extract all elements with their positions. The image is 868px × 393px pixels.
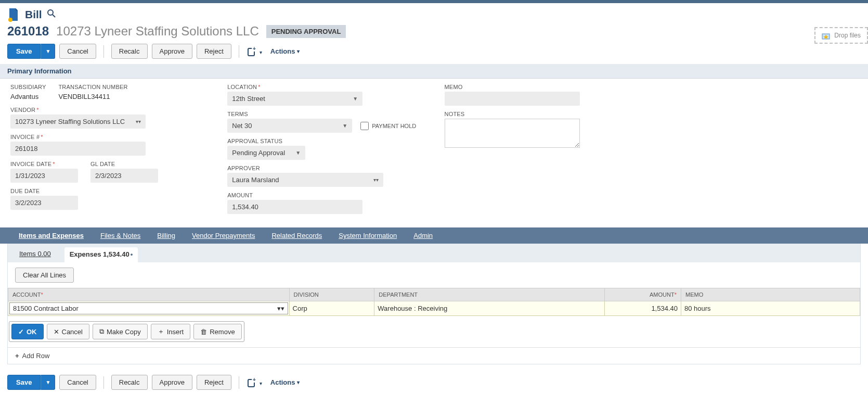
label-approval-status: APPROVAL STATUS	[227, 138, 423, 144]
location-value: 12th Street	[232, 95, 265, 103]
label-approver: APPROVER	[227, 165, 423, 171]
save-button[interactable]: Save	[7, 44, 41, 59]
cell-department[interactable]: Warehouse : Receiving	[374, 301, 604, 316]
terms-select[interactable]: Net 30 ▼	[227, 119, 352, 133]
record-id: 261018	[7, 24, 49, 39]
row-make-copy-button[interactable]: ⧉Make Copy	[93, 324, 148, 339]
row-actions-bar: ✓OK ✕Cancel ⧉Make Copy ＋Insert 🗑Remove	[8, 316, 860, 347]
trash-icon: 🗑	[200, 328, 207, 336]
chevron-down-icon: ▼	[353, 96, 358, 102]
label-transaction-number: TRANSACTION NUMBER	[58, 84, 127, 90]
chevron-down-icon: ▼	[295, 150, 301, 156]
th-account[interactable]: ACCOUNT*	[8, 288, 290, 301]
invoice-date-input[interactable]	[10, 169, 78, 183]
label-due-date: DUE DATE	[10, 188, 206, 194]
attach-template-icon[interactable]: +	[247, 46, 262, 57]
drop-files-label: Drop files	[834, 32, 861, 39]
due-date-input[interactable]	[10, 196, 78, 210]
add-row-button[interactable]: Add Row	[8, 347, 860, 364]
label-invoice-date: INVOICE DATE*	[10, 161, 78, 167]
tab-related-records[interactable]: Related Records	[263, 227, 330, 244]
cell-memo[interactable]: 80 hours	[681, 301, 860, 316]
actions-menu-bottom[interactable]: Actions▾	[266, 375, 304, 389]
divider	[103, 45, 104, 58]
label-memo: MEMO	[445, 84, 641, 90]
subtitle-row: 261018 10273 Lyneer Staffing Solutions L…	[0, 24, 868, 44]
actions-label: Actions	[270, 47, 295, 55]
divider	[103, 376, 104, 389]
svg-text:+: +	[253, 46, 256, 52]
top-action-bar: Save ▼ Cancel Recalc Approve Reject + Ac…	[0, 44, 868, 64]
save-dropdown-button-bottom[interactable]: ▼	[41, 375, 55, 390]
th-memo[interactable]: MEMO	[681, 288, 860, 301]
payment-hold-checkbox[interactable]	[360, 122, 369, 130]
tab-items-expenses[interactable]: Items and Expenses	[10, 227, 92, 244]
label-notes: NOTES	[445, 111, 641, 117]
label-amount: AMOUNT	[227, 192, 423, 198]
page-type-title: Bill	[25, 8, 42, 21]
reject-button-bottom[interactable]: Reject	[197, 375, 231, 390]
save-button-bottom[interactable]: Save	[7, 375, 41, 390]
account-select[interactable]: 81500 Contract Labor ▾▾	[9, 302, 288, 314]
recalc-button-bottom[interactable]: Recalc	[111, 375, 148, 390]
row-insert-button[interactable]: ＋Insert	[151, 324, 191, 339]
status-badge: PENDING APPROVAL	[266, 25, 346, 38]
reject-button[interactable]: Reject	[197, 44, 231, 59]
sub-tabs: Items 0.00 Expenses 1,534.40•	[8, 244, 860, 262]
th-division[interactable]: DIVISION	[289, 288, 374, 301]
row-remove-button[interactable]: 🗑Remove	[193, 324, 241, 339]
approval-status-select[interactable]: Pending Approval ▼	[227, 146, 305, 160]
location-select[interactable]: 12th Street ▼	[227, 92, 362, 106]
table-row[interactable]: 81500 Contract Labor ▾▾ Corp Warehouse :…	[8, 301, 860, 316]
approve-button[interactable]: Approve	[152, 44, 192, 59]
row-cancel-button[interactable]: ✕Cancel	[47, 324, 89, 339]
record-name: 10273 Lyneer Staffing Solutions LLC	[56, 24, 259, 39]
drop-files-area[interactable]: Drop files	[814, 27, 868, 44]
cell-division[interactable]: Corp	[289, 301, 374, 316]
attach-template-icon-bottom[interactable]: +	[247, 377, 262, 388]
subtab-items[interactable]: Items 0.00	[18, 247, 52, 262]
approver-value: Laura Marsland	[232, 176, 279, 184]
label-location: LOCATION*	[227, 84, 423, 90]
recalc-button[interactable]: Recalc	[111, 44, 148, 59]
approve-button-bottom[interactable]: Approve	[152, 375, 192, 390]
notes-textarea[interactable]	[445, 119, 580, 148]
value-subsidiary: Advantus	[10, 92, 46, 102]
save-dropdown-button[interactable]: ▼	[41, 44, 55, 59]
cancel-button[interactable]: Cancel	[59, 44, 96, 59]
label-vendor: VENDOR*	[10, 107, 206, 113]
actions-label-bottom: Actions	[270, 378, 295, 386]
th-amount[interactable]: AMOUNT*	[604, 288, 681, 301]
tab-billing[interactable]: Billing	[149, 227, 184, 244]
th-department[interactable]: DEPARTMENT	[374, 288, 604, 301]
actions-menu[interactable]: Actions▾	[266, 44, 304, 58]
label-payment-hold: PAYMENT HOLD	[372, 123, 416, 129]
close-icon: ✕	[54, 328, 59, 336]
tab-files-notes[interactable]: Files & Notes	[92, 227, 149, 244]
cancel-button-bottom[interactable]: Cancel	[59, 375, 96, 390]
amount-input[interactable]	[227, 200, 362, 214]
row-ok-button[interactable]: ✓OK	[11, 324, 44, 339]
tab-system-info[interactable]: System Information	[330, 227, 405, 244]
memo-input[interactable]	[445, 92, 580, 106]
approver-select[interactable]: Laura Marsland ▾▾	[227, 173, 383, 187]
cell-amount[interactable]: 1,534.40	[604, 301, 681, 316]
subtab-expenses[interactable]: Expenses 1,534.40•	[64, 247, 138, 263]
svg-point-0	[8, 18, 12, 22]
form-primary-info: SUBSIDIARY Advantus TRANSACTION NUMBER V…	[0, 79, 868, 227]
vendor-select[interactable]: 10273 Lyneer Staffing Solutions LLC ▾▾	[10, 115, 146, 129]
bottom-action-bar: Save ▼ Cancel Recalc Approve Reject + Ac…	[0, 364, 868, 393]
gl-date-input[interactable]	[90, 169, 158, 183]
divider	[239, 376, 239, 389]
clear-all-lines-button[interactable]: Clear All Lines	[15, 268, 74, 283]
search-icon[interactable]	[47, 9, 56, 20]
terms-value: Net 30	[232, 122, 252, 130]
tab-vendor-prepayments[interactable]: Vendor Prepayments	[184, 227, 263, 244]
invoice-no-input[interactable]	[10, 142, 146, 156]
label-subsidiary: SUBSIDIARY	[10, 84, 46, 90]
label-invoice-no: INVOICE #*	[10, 134, 206, 140]
chevron-down-icon: ▼	[342, 123, 347, 129]
svg-text:+: +	[253, 377, 256, 383]
value-transaction-number: VENDBILL34411	[58, 92, 127, 102]
tab-admin[interactable]: Admin	[405, 227, 441, 244]
